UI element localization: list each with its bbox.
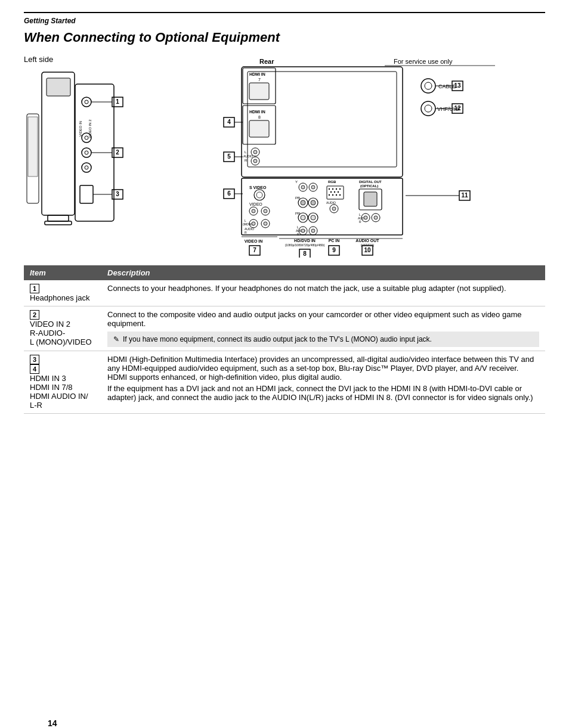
svg-point-114 xyxy=(332,194,333,196)
svg-text:4: 4 xyxy=(227,119,231,125)
table-row: 2VIDEO IN 2R-AUDIO-L (MONO)/VIDEOConnect… xyxy=(24,306,545,351)
svg-rect-127 xyxy=(364,192,377,206)
svg-point-15 xyxy=(85,151,88,154)
svg-point-143 xyxy=(421,79,435,93)
svg-text:6: 6 xyxy=(227,190,231,197)
svg-text:(1080p/1080i/720p/480p/480i): (1080p/1080i/720p/480p/480i) xyxy=(285,243,325,247)
right-diagram-panel: Rear For service use only HDMI IN 7 HDMI… xyxy=(149,55,545,259)
svg-text:VIDEO IN: VIDEO IN xyxy=(79,121,82,137)
svg-point-16 xyxy=(82,163,91,172)
svg-text:13: 13 xyxy=(454,82,461,89)
svg-point-72 xyxy=(264,222,267,225)
svg-text:L: L xyxy=(245,150,247,154)
svg-text:AUDIO: AUDIO xyxy=(243,154,253,158)
svg-point-134 xyxy=(374,216,378,219)
svg-point-64 xyxy=(264,209,267,213)
svg-rect-35 xyxy=(249,83,269,100)
svg-text:HDMI IN: HDMI IN xyxy=(249,110,265,114)
table-cell-desc: HDMI (High-Definition Multimedia Interfa… xyxy=(101,351,545,414)
svg-point-112 xyxy=(338,191,339,193)
svg-point-150 xyxy=(425,105,432,112)
svg-point-91 xyxy=(311,215,316,220)
svg-text:DIGITAL OUT: DIGITAL OUT xyxy=(359,180,382,184)
svg-rect-105 xyxy=(327,186,344,199)
svg-point-96 xyxy=(301,229,305,233)
svg-text:R: R xyxy=(297,233,299,236)
svg-text:R: R xyxy=(245,159,248,162)
svg-point-46 xyxy=(253,159,257,163)
svg-text:HDMI IN: HDMI IN xyxy=(249,72,265,76)
svg-text:For service use only: For service use only xyxy=(394,58,453,65)
svg-point-132 xyxy=(364,216,367,219)
svg-text:RGB: RGB xyxy=(328,180,336,184)
svg-text:VIDEO IN: VIDEO IN xyxy=(245,239,263,243)
left-side-label: Left side xyxy=(24,55,143,64)
svg-rect-21 xyxy=(80,185,93,203)
svg-point-108 xyxy=(336,188,337,190)
table-row: 34HDMI IN 3HDMI IN 7/8HDMI AUDIO IN/L-RH… xyxy=(24,351,545,414)
svg-text:7: 7 xyxy=(258,78,261,82)
diagram-section: Left side 1 VIDEO IN VIDEO IN 2 xyxy=(24,55,545,259)
page-title: When Connecting to Optional Equipment xyxy=(24,30,545,45)
svg-point-59 xyxy=(256,192,262,198)
svg-point-5 xyxy=(82,97,91,107)
svg-point-110 xyxy=(330,191,332,193)
svg-point-6 xyxy=(85,100,88,104)
info-table: Item Description 1Headphones jackConnect… xyxy=(24,265,545,414)
svg-text:10: 10 xyxy=(364,247,371,253)
svg-point-149 xyxy=(421,101,435,116)
svg-text:HD/DVD IN: HD/DVD IN xyxy=(294,238,316,243)
svg-point-44 xyxy=(253,150,257,154)
svg-point-113 xyxy=(329,194,330,196)
svg-point-115 xyxy=(336,194,337,196)
svg-point-86 xyxy=(311,200,316,205)
svg-rect-31 xyxy=(248,72,397,167)
svg-text:8: 8 xyxy=(258,115,261,119)
table-row: 1Headphones jackConnects to your headpho… xyxy=(24,280,545,306)
svg-text:7: 7 xyxy=(253,247,256,253)
svg-point-58 xyxy=(254,190,265,200)
svg-text:(OPTICAL): (OPTICAL) xyxy=(360,184,378,188)
svg-rect-3 xyxy=(45,221,72,225)
svg-point-62 xyxy=(252,209,255,213)
svg-rect-1 xyxy=(47,78,70,96)
svg-text:Y: Y xyxy=(295,180,298,184)
svg-point-81 xyxy=(311,185,315,189)
svg-text:8: 8 xyxy=(303,250,307,257)
svg-point-106 xyxy=(329,188,330,190)
table-header-desc: Description xyxy=(101,265,545,280)
table-cell-item: 2VIDEO IN 2R-AUDIO-L (MONO)/VIDEO xyxy=(24,306,101,351)
svg-text:11: 11 xyxy=(461,192,468,199)
svg-rect-39 xyxy=(249,120,269,137)
table-cell-item: 34HDMI IN 3HDMI IN 7/8HDMI AUDIO IN/L-R xyxy=(24,351,101,414)
svg-text:Rear: Rear xyxy=(259,58,274,65)
svg-point-109 xyxy=(339,188,341,190)
svg-text:AUDIO: AUDIO xyxy=(326,201,336,205)
svg-point-89 xyxy=(301,215,305,220)
svg-text:3: 3 xyxy=(116,191,119,197)
chapter-label: Getting Started xyxy=(24,17,545,25)
svg-text:S VIDEO: S VIDEO xyxy=(249,185,267,190)
svg-text:1: 1 xyxy=(116,98,119,105)
svg-point-98 xyxy=(311,229,315,233)
svg-text:PC IN: PC IN xyxy=(329,238,340,243)
svg-point-17 xyxy=(85,166,88,169)
table-cell-item: 1Headphones jack xyxy=(24,280,101,306)
svg-point-84 xyxy=(301,200,305,205)
svg-point-116 xyxy=(339,194,341,196)
svg-text:2: 2 xyxy=(116,149,119,156)
svg-point-79 xyxy=(301,185,305,189)
svg-text:R: R xyxy=(245,231,247,234)
left-diagram-panel: Left side 1 VIDEO IN VIDEO IN 2 xyxy=(24,55,143,259)
rear-diagram: Rear For service use only HDMI IN 7 HDMI… xyxy=(149,55,501,258)
svg-point-111 xyxy=(334,191,335,193)
svg-text:AUDIO OUT: AUDIO OUT xyxy=(355,238,379,243)
svg-point-70 xyxy=(252,222,255,225)
svg-text:CABLE: CABLE xyxy=(438,83,456,89)
svg-point-144 xyxy=(425,82,432,89)
svg-text:5: 5 xyxy=(227,153,231,160)
svg-rect-2 xyxy=(48,215,69,221)
page-number: 14 xyxy=(48,718,57,728)
svg-text:VIDEO: VIDEO xyxy=(249,202,262,206)
svg-point-14 xyxy=(82,148,91,157)
